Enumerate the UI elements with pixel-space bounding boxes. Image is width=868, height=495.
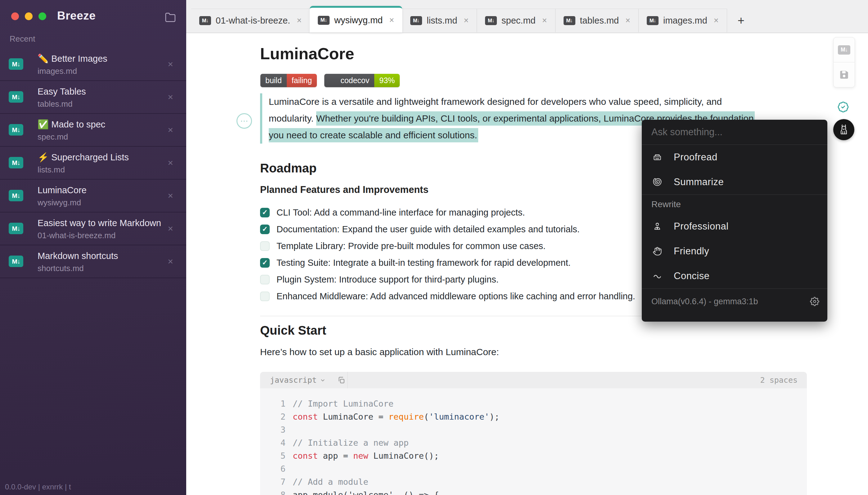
- line-content: [285, 423, 293, 437]
- code-editor-area[interactable]: 1 // Import LuminaCore 2 const LuminaCor…: [260, 388, 807, 495]
- remove-recent-button[interactable]: ×: [165, 91, 176, 103]
- recent-file-name: shortcuts.md: [37, 263, 162, 274]
- close-window-button[interactable]: [11, 12, 19, 20]
- recent-file-item[interactable]: M↓ Markdown shortcuts shortcuts.md ×: [0, 245, 186, 278]
- recent-file-item[interactable]: M↓ Easiest way to write Markdown 01-what…: [0, 212, 186, 245]
- task-checkbox[interactable]: [260, 292, 270, 301]
- task-checkbox[interactable]: ✓: [260, 224, 270, 234]
- remove-recent-button[interactable]: ×: [165, 58, 176, 70]
- line-content: const LuminaCore = require('luminacore')…: [285, 410, 500, 423]
- copy-code-button[interactable]: [337, 376, 346, 384]
- quickstart-heading: Quick Start: [260, 324, 326, 338]
- line-number: 1: [260, 397, 285, 410]
- remove-recent-button[interactable]: ×: [165, 157, 176, 168]
- task-checkbox[interactable]: [260, 241, 270, 251]
- tab-label: images.md: [663, 16, 707, 26]
- recent-file-name: images.md: [37, 65, 162, 76]
- ai-menu-item[interactable]: Concise: [642, 263, 827, 288]
- recent-file-text: Easiest way to write Markdown 01-what-is…: [37, 216, 162, 241]
- line-content: const app = new LuminaCore();: [285, 449, 439, 462]
- version-status-text: 0.0.0-dev | exnrrk | t: [5, 483, 71, 491]
- ai-menu-item-label: Friendly: [674, 246, 709, 257]
- markdown-file-icon: M↓: [9, 256, 23, 267]
- breeze-app-window: Breeze Recent M↓ ✏️ Better Images images…: [0, 0, 868, 495]
- open-tabs: M↓ 01-what-is-breeze. × M↓ wysiwyg.md × …: [191, 0, 755, 33]
- window-controls: [11, 12, 46, 20]
- task-text: Enhanced Middleware: Add advanced middle…: [277, 291, 635, 302]
- code-block: javascript 2 spaces 1 // Import LuminaCo…: [260, 372, 807, 495]
- build-status-badge: build failing: [261, 74, 317, 87]
- file-tab[interactable]: M↓ wysiwyg.md ×: [310, 6, 402, 33]
- file-tab[interactable]: M↓ 01-what-is-breeze. ×: [191, 9, 310, 32]
- code-line: 2 const LuminaCore = require('luminacore…: [260, 410, 807, 423]
- close-tab-button[interactable]: ×: [387, 16, 394, 25]
- remove-recent-button[interactable]: ×: [165, 190, 176, 201]
- task-checkbox[interactable]: ✓: [260, 208, 270, 218]
- recent-file-title: ✅ Made to spec: [37, 118, 161, 131]
- code-token: // Import LuminaCore: [293, 399, 394, 408]
- task-checkbox[interactable]: [260, 275, 270, 285]
- roadmap-heading: Roadmap: [260, 161, 317, 175]
- recent-file-item[interactable]: M↓ Easy Tables tables.md ×: [0, 81, 186, 114]
- code-line: 4 // Initialize a new app: [260, 437, 807, 449]
- code-line: 7 // Add a module: [260, 476, 807, 489]
- codecov-badge-value: 93%: [374, 74, 400, 87]
- code-token: app.module('welcome', () => {: [293, 490, 439, 495]
- line-content: // Import LuminaCore: [285, 397, 394, 410]
- close-tab-button[interactable]: ×: [462, 16, 469, 25]
- app-title: Breeze: [57, 9, 96, 22]
- document-title: LuminaCore: [260, 44, 354, 63]
- markdown-source-button[interactable]: M↓: [834, 37, 855, 62]
- file-tab[interactable]: M↓ tables.md ×: [555, 9, 639, 32]
- file-tab[interactable]: M↓ spec.md ×: [477, 9, 555, 32]
- recent-file-item[interactable]: M↓ ⚡ Supercharged Lists lists.md ×: [0, 147, 186, 180]
- task-checkbox[interactable]: ✓: [260, 258, 270, 268]
- tab-label: 01-what-is-breeze.: [216, 16, 290, 26]
- ai-menu-item[interactable]: Summarize: [642, 170, 827, 194]
- settings-gear-icon[interactable]: [810, 297, 819, 306]
- close-tab-button[interactable]: ×: [712, 16, 719, 25]
- zoom-window-button[interactable]: [38, 12, 46, 20]
- code-token: require: [388, 412, 424, 422]
- ollama-ai-button[interactable]: [833, 119, 854, 140]
- file-tab[interactable]: M↓ images.md ×: [639, 9, 727, 32]
- codecov-badge-label: codecov: [324, 74, 374, 87]
- code-token: new: [353, 451, 368, 461]
- line-number: 8: [260, 489, 285, 495]
- recent-file-item[interactable]: M↓ ✅ Made to spec spec.md ×: [0, 114, 186, 147]
- close-tab-button[interactable]: ×: [623, 16, 630, 25]
- close-tab-button[interactable]: ×: [295, 16, 302, 25]
- recent-file-title: Easy Tables: [37, 85, 161, 98]
- recent-file-item[interactable]: M↓ ✏️ Better Images images.md ×: [0, 48, 186, 81]
- recent-file-text: LuminaCore wysiwyg.md: [37, 183, 162, 208]
- open-folder-icon[interactable]: [165, 12, 176, 23]
- markdown-file-icon: M↓: [647, 16, 658, 25]
- minimize-window-button[interactable]: [25, 12, 33, 20]
- ask-input[interactable]: Ask something...: [642, 120, 827, 144]
- code-token: LuminaCore =: [318, 412, 388, 422]
- intro-text-line: LuminaCore is a versatile and lightweigh…: [269, 93, 809, 110]
- save-button[interactable]: [834, 62, 855, 87]
- markdown-file-icon: M↓: [9, 58, 23, 70]
- remove-recent-button[interactable]: ×: [165, 223, 176, 234]
- close-tab-button[interactable]: ×: [540, 16, 547, 25]
- markdown-file-icon: M↓: [9, 124, 23, 136]
- ai-menu-item[interactable]: Friendly: [642, 239, 827, 263]
- language-select[interactable]: javascript: [260, 376, 326, 385]
- task-text: Plugin System: Introduce support for thi…: [277, 274, 499, 285]
- ai-menu-item[interactable]: Proofread: [642, 145, 827, 170]
- code-line: 6: [260, 462, 807, 476]
- markdown-file-icon: M↓: [9, 157, 23, 168]
- recent-file-item[interactable]: M↓ LuminaCore wysiwyg.md ×: [0, 180, 186, 212]
- new-tab-button[interactable]: +: [727, 9, 755, 32]
- task-text: Testing Suite: Integrate a built-in test…: [277, 258, 571, 268]
- remove-recent-button[interactable]: ×: [165, 124, 176, 136]
- recent-file-title: ⚡ Supercharged Lists: [37, 150, 161, 164]
- block-actions-button[interactable]: ⋯: [236, 113, 252, 129]
- file-tab[interactable]: M↓ lists.md ×: [402, 9, 477, 32]
- verified-badge-icon[interactable]: [837, 101, 849, 113]
- code-line: 1 // Import LuminaCore: [260, 397, 807, 410]
- remove-recent-button[interactable]: ×: [165, 256, 176, 267]
- ai-menu-item[interactable]: Professional: [642, 214, 827, 239]
- recent-file-title: Easiest way to write Markdown: [37, 216, 161, 230]
